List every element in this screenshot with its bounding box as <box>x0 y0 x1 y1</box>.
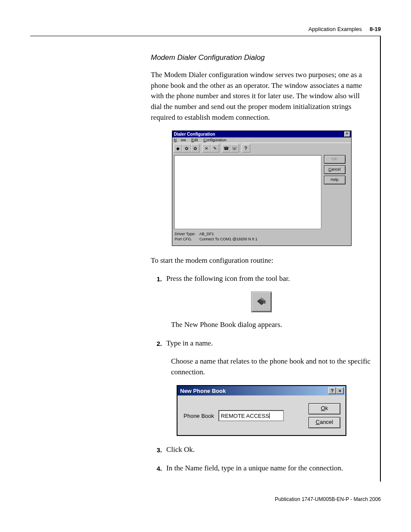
step-num-1: 1. <box>151 274 162 284</box>
intro-paragraph: The Modem Dialer configuration window se… <box>151 70 372 123</box>
toolbar-btn-5[interactable]: ✎ <box>211 144 219 152</box>
step-2-text: Type in a name. <box>166 338 372 349</box>
menu-configuration[interactable]: Configuration <box>203 138 227 142</box>
ok-button[interactable]: OK <box>324 155 346 164</box>
menu-edit[interactable]: Edit <box>191 138 198 142</box>
new-phone-book-dialog: New Phone Book ? × Phone Book REMOTE ACC… <box>177 385 346 436</box>
toolbar-btn-help[interactable]: ? <box>242 144 250 152</box>
port-cfg-label: Port CFG. <box>175 237 199 242</box>
toolbar-btn-2[interactable]: ✿ <box>182 144 191 152</box>
section-subhead: Modem Dialer Configuration Dialog <box>151 53 372 62</box>
driver-type-label: Driver Type: <box>175 232 199 237</box>
phonebook-input-value: REMOTE ACCESS <box>221 413 269 419</box>
toolbar-btn-6[interactable]: ☎ <box>222 144 230 152</box>
toolbar-btn-3[interactable]: ✿ <box>191 144 199 152</box>
header-section: Application Examples <box>308 26 362 32</box>
dialer-config-dialog: Dialer Configuration × New Edit Configur… <box>172 131 352 246</box>
close-icon[interactable]: × <box>336 387 344 394</box>
phonebook-ok-button[interactable]: Ok <box>308 403 340 414</box>
step-2-note: Choose a name that relates to the phone … <box>171 356 372 377</box>
phone-diamond-icon <box>256 296 267 308</box>
dialer-titlebar: Dialer Configuration × <box>172 131 351 137</box>
header-pagenum: 8-19 <box>370 26 381 32</box>
cancel-button[interactable]: Cancel <box>324 165 346 174</box>
phonebook-cancel-button[interactable]: Cancel <box>308 417 340 428</box>
step-num-4: 4. <box>151 463 162 474</box>
phonebook-input[interactable]: REMOTE ACCESS <box>218 410 284 421</box>
dialer-toolbar: ◆ ✿ ✿ ✕ ✎ ☎ ☏ ? <box>172 143 351 153</box>
help-button[interactable]: Help <box>324 176 346 184</box>
toolbar-btn-7[interactable]: ☏ <box>230 144 239 152</box>
phonebook-label: Phone Book <box>184 413 214 419</box>
lead-text: To start the modem configuration routine… <box>151 255 372 266</box>
phonebook-titlebar: New Phone Book ? × <box>177 386 346 395</box>
help-icon[interactable]: ? <box>328 387 336 394</box>
step-1-result: The New Phone Book dialog appears. <box>171 320 372 330</box>
phonebook-title: New Phone Book <box>180 388 226 394</box>
driver-type-value: AB_DF1 <box>199 232 214 236</box>
menu-new[interactable]: New <box>174 138 186 142</box>
step-3-text: Click Ok. <box>166 445 372 455</box>
toolbar-icon-figure <box>252 292 271 312</box>
close-icon[interactable]: × <box>344 131 350 137</box>
port-cfg-value: Connect To COM1 @19200 N 8 1 <box>199 237 258 241</box>
dialer-menubar: New Edit Configuration <box>172 137 351 143</box>
footer-publication: Publication 1747-UM005B-EN-P - March 200… <box>30 496 381 502</box>
step-4-text: In the Name field, type in a unique name… <box>166 463 372 474</box>
dialer-title: Dialer Configuration <box>174 132 215 137</box>
step-1-text: Press the following icon from the tool b… <box>166 274 372 284</box>
toolbar-btn-delete[interactable]: ✕ <box>202 144 211 152</box>
toolbar-btn-1[interactable]: ◆ <box>174 144 182 152</box>
dialer-statusbar: Driver Type: AB_DF1 Port CFG. Connect To… <box>172 231 351 245</box>
dialer-listbox[interactable] <box>174 155 321 229</box>
step-num-3: 3. <box>151 445 162 455</box>
step-num-2: 2. <box>151 338 162 349</box>
